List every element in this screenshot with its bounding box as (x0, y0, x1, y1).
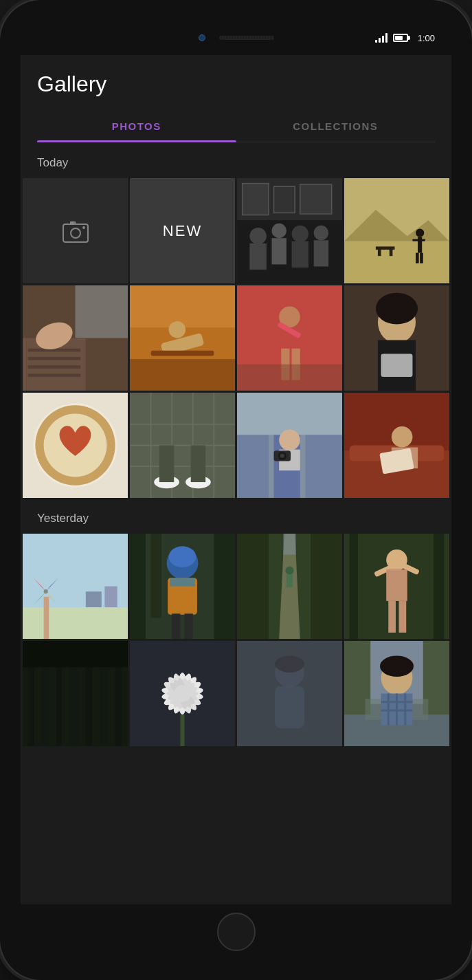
svg-rect-105 (170, 578, 195, 586)
top-notch (168, 28, 305, 48)
photo-list[interactable]: Today (21, 142, 451, 904)
svg-point-6 (249, 228, 266, 244)
photo-white-flower-img (130, 641, 235, 746)
svg-rect-154 (180, 715, 184, 746)
svg-rect-33 (28, 357, 81, 360)
svg-point-84 (392, 426, 413, 448)
svg-rect-124 (399, 601, 407, 633)
photo-beach-silhouette[interactable] (344, 178, 449, 283)
photo-photographer-img (237, 393, 342, 498)
svg-rect-13 (314, 240, 328, 266)
photo-forest-pose[interactable] (344, 534, 449, 639)
svg-rect-23 (412, 239, 425, 241)
svg-rect-38 (130, 285, 235, 327)
svg-point-153 (174, 685, 190, 701)
svg-rect-90 (104, 587, 117, 608)
home-button[interactable] (217, 913, 256, 951)
status-time: 1:00 (418, 33, 435, 43)
svg-rect-2 (70, 221, 76, 225)
new-badge-cell[interactable]: NEW (130, 178, 235, 283)
svg-rect-32 (28, 349, 81, 352)
svg-point-76 (279, 430, 300, 451)
speaker (219, 36, 274, 40)
svg-rect-30 (76, 285, 128, 338)
status-bar: 1:00 (21, 21, 451, 55)
svg-rect-11 (292, 241, 308, 268)
today-label: Today (21, 142, 451, 178)
photo-pink-bend[interactable] (237, 285, 342, 391)
tab-collections[interactable]: COLLECTIONS (236, 111, 436, 142)
bottom-bar (21, 904, 451, 959)
photo-person-blur[interactable] (237, 641, 342, 746)
photo-reading[interactable] (344, 393, 449, 498)
new-badge-text: NEW (163, 222, 202, 240)
photo-coffee-img (23, 393, 128, 498)
camera-icon (60, 216, 91, 246)
svg-rect-100 (214, 534, 235, 639)
signal-bar-2 (379, 38, 381, 43)
svg-rect-48 (237, 364, 342, 391)
photo-asian-woman[interactable] (344, 285, 449, 391)
photo-golden-outdoor-img (130, 285, 235, 391)
svg-point-53 (376, 293, 418, 325)
signal-bar-4 (385, 33, 387, 43)
svg-rect-118 (434, 534, 444, 639)
yesterday-photo-grid (21, 534, 451, 746)
svg-rect-54 (381, 353, 413, 377)
svg-rect-91 (23, 607, 128, 639)
photo-reading-img (344, 393, 449, 498)
svg-rect-110 (311, 534, 342, 639)
photo-blue-hair[interactable] (130, 534, 235, 639)
photo-bw-crowd[interactable] (237, 178, 342, 283)
photo-beach-img (344, 178, 449, 283)
tab-photos[interactable]: PHOTOS (37, 111, 236, 142)
svg-rect-14 (243, 184, 269, 215)
svg-rect-130 (86, 660, 92, 746)
photo-asian-woman-img (344, 285, 449, 391)
photo-coffee[interactable] (23, 393, 128, 498)
photo-forest-path[interactable] (237, 534, 342, 639)
svg-rect-132 (115, 662, 122, 746)
svg-point-80 (280, 454, 284, 458)
svg-rect-101 (151, 534, 161, 618)
signal-bar-3 (382, 36, 384, 43)
photo-photographer[interactable] (237, 393, 342, 498)
svg-rect-122 (386, 569, 407, 601)
svg-rect-28 (390, 250, 393, 256)
signal-bar-1 (375, 40, 377, 43)
camera-shortcut[interactable] (23, 178, 128, 283)
svg-rect-113 (286, 575, 293, 587)
svg-rect-99 (130, 534, 146, 639)
svg-rect-35 (28, 374, 81, 378)
photo-golden-outdoor[interactable] (130, 285, 235, 391)
photo-dark-trees-img (23, 641, 128, 746)
photo-window-arm[interactable] (23, 285, 128, 391)
photo-feet-fence[interactable] (130, 393, 235, 498)
svg-point-1 (71, 228, 80, 238)
svg-rect-25 (420, 253, 423, 263)
today-photo-grid: NEW (21, 178, 451, 498)
photo-pinwheel[interactable] (23, 534, 128, 639)
svg-point-93 (44, 589, 48, 594)
svg-rect-20 (344, 241, 449, 283)
app-title: Gallery (37, 72, 435, 97)
photo-white-flower[interactable] (130, 641, 235, 746)
svg-rect-117 (350, 534, 358, 639)
svg-rect-70 (191, 446, 205, 483)
battery-fill (395, 36, 403, 40)
svg-point-40 (169, 321, 186, 338)
svg-point-3 (82, 226, 85, 229)
photo-dark-trees[interactable] (23, 641, 128, 746)
svg-rect-7 (249, 243, 266, 270)
tab-bar: PHOTOS COLLECTIONS (37, 111, 435, 142)
photo-asian-outdoor[interactable] (344, 641, 449, 746)
photo-bw-crowd-img (237, 178, 342, 283)
app-header: Gallery PHOTOS COLLECTIONS (21, 55, 451, 142)
yesterday-section: Yesterday (21, 498, 451, 746)
svg-point-10 (292, 226, 308, 242)
svg-rect-42 (151, 351, 214, 356)
phone-device: 1:00 Gallery PHOTOS COLLECTIONS Today (0, 0, 472, 980)
photo-window-arm-img (23, 285, 128, 391)
phone-screen: 1:00 Gallery PHOTOS COLLECTIONS Today (21, 21, 451, 959)
photo-person-blur-img (237, 641, 342, 746)
